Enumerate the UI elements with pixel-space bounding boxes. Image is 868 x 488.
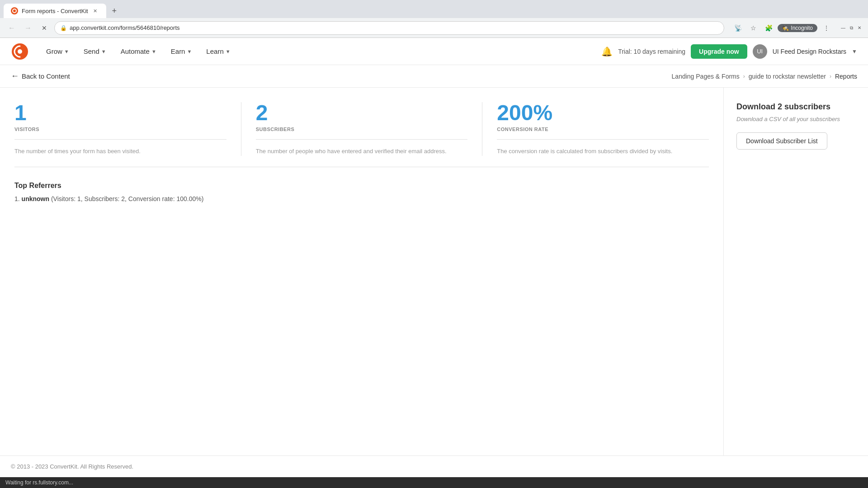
svg-point-1 (18, 49, 22, 54)
logo[interactable] (11, 42, 29, 61)
stats-bottom-divider (14, 167, 709, 167)
send-chevron-icon: ▼ (101, 49, 106, 54)
back-to-content-link[interactable]: ← Back to Content (11, 71, 70, 81)
top-nav: Grow ▼ Send ▼ Automate ▼ Earn ▼ Learn (0, 38, 868, 65)
learn-chevron-icon: ▼ (226, 49, 231, 54)
conversion-number: 200% (497, 102, 709, 124)
reload-button[interactable]: ✕ (38, 22, 51, 34)
bookmark-icon[interactable]: ☆ (747, 22, 760, 34)
extension-icon[interactable]: 🧩 (762, 22, 775, 34)
nav-learn[interactable]: Learn ▼ (200, 44, 236, 59)
forward-button[interactable]: → (22, 22, 34, 34)
breadcrumb-nav: Landing Pages & Forms › guide to rocksta… (672, 73, 857, 80)
user-chevron-icon[interactable]: ▼ (852, 48, 857, 55)
tab-close-button[interactable]: ✕ (92, 7, 99, 14)
automate-chevron-icon: ▼ (151, 49, 156, 54)
earn-chevron-icon: ▼ (187, 49, 192, 54)
nav-grow[interactable]: Grow ▼ (40, 44, 75, 59)
subscribers-number: 2 (256, 102, 468, 124)
incognito-button: 🕵 Incognito (778, 24, 817, 32)
copyright-text: © 2013 - 2023 ConvertKit. All Rights Res… (11, 463, 133, 470)
nav-right: 🔔 Trial: 10 days remaining Upgrade now U… (601, 44, 857, 59)
breadcrumb-form-name[interactable]: guide to rockstar newsletter (749, 73, 826, 80)
visitors-divider (14, 139, 226, 140)
user-avatar: UI (753, 44, 767, 59)
stats-row: 1 VISITORS The number of times your form… (14, 102, 709, 156)
upgrade-button[interactable]: Upgrade now (691, 44, 747, 59)
breadcrumb-bar: ← Back to Content Landing Pages & Forms … (0, 65, 868, 88)
page-content: Grow ▼ Send ▼ Automate ▼ Earn ▼ Learn (0, 38, 868, 477)
subscribers-divider (256, 139, 468, 140)
nav-items: Grow ▼ Send ▼ Automate ▼ Earn ▼ Learn (40, 44, 601, 59)
status-bar: Waiting for rs.fullstory.com... (0, 477, 868, 488)
referrer-rank-1: 1. (14, 195, 22, 202)
menu-button[interactable]: ⋮ (820, 22, 833, 34)
breadcrumb-current: Reports (835, 73, 857, 80)
status-text: Waiting for rs.fullstory.com... (5, 479, 73, 486)
referrer-details-1: (Visitors: 1, Subscribers: 2, Conversion… (51, 195, 203, 202)
main-layout: 1 VISITORS The number of times your form… (0, 88, 868, 455)
minimize-button[interactable]: — (840, 25, 846, 31)
referrer-name-1: unknown (22, 195, 49, 202)
conversion-description: The conversion rate is calculated from s… (497, 147, 709, 156)
download-subscriber-list-button[interactable]: Download Subscriber List (736, 132, 827, 150)
breadcrumb-landing-pages[interactable]: Landing Pages & Forms (672, 73, 740, 80)
tab-favicon (11, 7, 18, 14)
subscribers-stat: 2 SUBSCRIBERS The number of people who h… (256, 102, 483, 156)
download-subtitle: Download a CSV of all your subscribers (736, 115, 855, 123)
subscribers-label: SUBSCRIBERS (256, 127, 468, 132)
download-title: Download 2 subscribers (736, 102, 855, 112)
incognito-icon: 🕵 (782, 25, 789, 31)
window-controls: — ⧉ ✕ (840, 25, 863, 31)
main-content: 1 VISITORS The number of times your form… (0, 88, 723, 455)
top-referrers-title: Top Referrers (14, 182, 709, 190)
visitors-description: The number of times your form has been v… (14, 147, 226, 156)
incognito-label: Incognito (791, 25, 813, 31)
browser-tab[interactable]: Form reports - ConvertKit ✕ (4, 4, 106, 18)
conversion-divider (497, 139, 709, 140)
trial-text: Trial: 10 days remaining (618, 48, 685, 55)
browser-toolbar: ← → ✕ 🔒 app.convertkit.com/forms/5646810… (0, 18, 868, 38)
url-text: app.convertkit.com/forms/5646810/reports (70, 24, 180, 31)
grow-chevron-icon: ▼ (64, 49, 69, 54)
visitors-label: VISITORS (14, 127, 226, 132)
breadcrumb-sep-1: › (743, 73, 745, 80)
sidebar-panel: Download 2 subscribers Download a CSV of… (723, 88, 868, 455)
back-label: Back to Content (22, 72, 70, 80)
back-button[interactable]: ← (5, 22, 18, 34)
back-arrow-icon: ← (11, 71, 19, 81)
breadcrumb-sep-2: › (830, 73, 831, 80)
nav-send[interactable]: Send ▼ (77, 44, 113, 59)
page-footer: © 2013 - 2023 ConvertKit. All Rights Res… (0, 455, 868, 477)
cast-icon[interactable]: 📡 (731, 22, 744, 34)
lock-icon: 🔒 (60, 25, 67, 31)
maximize-button[interactable]: ⧉ (848, 25, 854, 31)
visitors-stat: 1 VISITORS The number of times your form… (14, 102, 241, 156)
referrer-item-1: 1. unknown (Visitors: 1, Subscribers: 2,… (14, 195, 709, 202)
conversion-label: CONVERSION RATE (497, 127, 709, 132)
user-name: UI Feed Design Rockstars (773, 48, 846, 55)
browser-title-bar: Form reports - ConvertKit ✕ + (0, 0, 868, 18)
close-window-button[interactable]: ✕ (856, 25, 863, 31)
address-bar[interactable]: 🔒 app.convertkit.com/forms/5646810/repor… (54, 21, 724, 35)
nav-earn[interactable]: Earn ▼ (165, 44, 198, 59)
tab-title: Form reports - ConvertKit (22, 8, 88, 14)
browser-actions: 📡 ☆ 🧩 🕵 Incognito ⋮ (731, 22, 833, 34)
nav-automate[interactable]: Automate ▼ (114, 44, 163, 59)
subscribers-description: The number of people who have entered an… (256, 147, 468, 156)
conversion-stat: 200% CONVERSION RATE The conversion rate… (497, 102, 709, 156)
notifications-icon[interactable]: 🔔 (601, 46, 613, 57)
visitors-number: 1 (14, 102, 226, 124)
new-tab-button[interactable]: + (108, 5, 121, 17)
